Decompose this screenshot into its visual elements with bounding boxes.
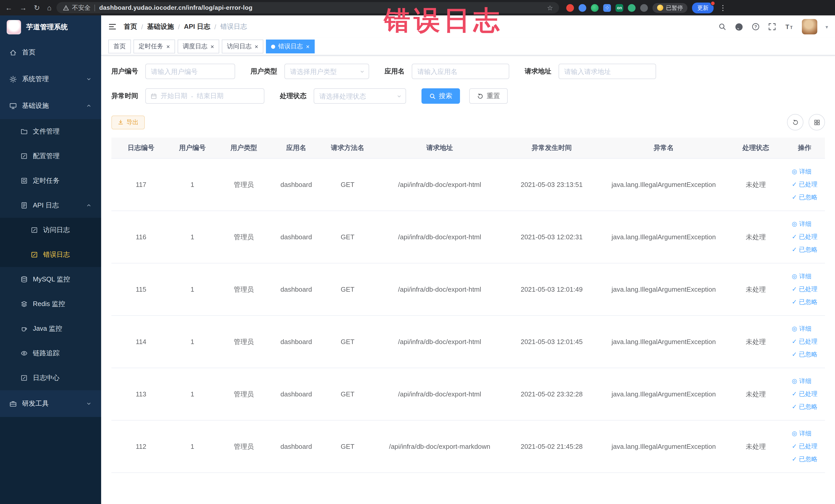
request-url-input[interactable] — [558, 64, 656, 79]
cell-status: 未处理 — [727, 263, 784, 316]
help-icon[interactable]: ? — [752, 23, 760, 31]
tab-access-log[interactable]: 访问日志× — [222, 40, 263, 54]
refresh-table-button[interactable] — [787, 114, 803, 130]
processed-link[interactable]: ✓已处理 — [792, 230, 817, 243]
avatar-caret-icon[interactable]: ▾ — [826, 24, 828, 29]
filter-user-id: 用户编号 — [111, 64, 235, 79]
breadcrumb-item[interactable]: 基础设施 — [147, 22, 174, 31]
pin-extension-icon[interactable] — [640, 4, 648, 12]
main-panel: 首页 / 基础设施 / API 日志 / 错误日志 ? TT ▾ — [101, 15, 835, 504]
sidebar-item-log-center[interactable]: 日志中心 — [0, 366, 101, 390]
browser-menu-icon[interactable]: ⋮ — [718, 4, 728, 12]
table-row: 113 1 管理员 dashboard GET /api/infra/db-do… — [111, 368, 825, 420]
app-logo[interactable]: 芋道管理系统 — [0, 15, 101, 39]
breadcrumb-item[interactable]: 首页 — [124, 22, 137, 31]
detail-link[interactable]: ◎详细 — [792, 165, 817, 178]
action-label: 详细 — [799, 322, 812, 335]
processed-link[interactable]: ✓已处理 — [792, 440, 817, 453]
github-icon[interactable] — [735, 22, 744, 31]
home-icon[interactable]: ⌂ — [47, 4, 51, 12]
process-status-select[interactable] — [314, 88, 406, 104]
cell-app-name: dashboard — [273, 316, 319, 368]
export-button[interactable]: 导出 — [111, 115, 145, 129]
action-label: 已处理 — [799, 178, 817, 191]
sidebar-item-system[interactable]: 系统管理 — [0, 66, 101, 93]
svg-text:T: T — [790, 25, 793, 30]
ignored-link[interactable]: ✓已忽略 — [792, 453, 817, 466]
back-icon[interactable]: ← — [5, 4, 12, 12]
processed-link[interactable]: ✓已处理 — [792, 335, 817, 348]
close-icon[interactable]: × — [166, 43, 170, 49]
extension-icon[interactable]: on — [615, 4, 623, 12]
tab-error-log[interactable]: 错误日志× — [266, 40, 315, 54]
ignored-link[interactable]: ✓已忽略 — [792, 296, 817, 309]
reset-button[interactable]: 重置 — [469, 88, 508, 104]
close-icon[interactable]: × — [254, 43, 258, 49]
processed-link[interactable]: ✓已处理 — [792, 388, 817, 401]
warning-icon — [63, 4, 69, 11]
update-button[interactable]: 更新 — [692, 2, 714, 13]
date-range-picker[interactable]: 开始日期 - 结束日期 — [145, 88, 264, 104]
bookmark-star-icon[interactable]: ☆ — [547, 4, 553, 12]
column-settings-button[interactable] — [809, 114, 825, 130]
timer-icon — [21, 177, 28, 184]
reload-icon[interactable]: ↻ — [34, 4, 40, 12]
breadcrumb-item[interactable]: API 日志 — [184, 22, 210, 31]
detail-link[interactable]: ◎详细 — [792, 322, 817, 335]
extension-icon[interactable]: ⁘ — [603, 4, 611, 12]
detail-link[interactable]: ◎详细 — [792, 218, 817, 230]
sidebar-item-redis-monitor[interactable]: Redis 监控 — [0, 292, 101, 316]
forward-icon[interactable]: → — [20, 4, 27, 12]
user-avatar[interactable] — [802, 19, 817, 35]
extension-icon[interactable] — [566, 4, 574, 12]
sidebar-item-java-monitor[interactable]: Java 监控 — [0, 316, 101, 341]
collapse-menu-icon[interactable] — [108, 23, 117, 31]
address-bar[interactable]: 不安全 dashboard.yudao.iocoder.cn/infra/log… — [57, 2, 559, 13]
close-icon[interactable]: × — [210, 43, 214, 49]
sidebar-item-tracing[interactable]: 链路追踪 — [0, 341, 101, 366]
tab-scheduled-jobs[interactable]: 定时任务× — [134, 40, 175, 54]
extension-icon[interactable] — [591, 4, 598, 12]
detail-link[interactable]: ◎详细 — [792, 375, 817, 388]
user-type-select[interactable] — [284, 64, 369, 79]
detail-link[interactable]: ◎详细 — [792, 270, 817, 283]
extension-icon[interactable] — [578, 4, 586, 12]
paused-badge[interactable]: 已暂停 — [652, 3, 687, 13]
cell-app-name: dashboard — [273, 420, 319, 473]
tab-home[interactable]: 首页 — [108, 40, 131, 54]
user-id-input[interactable] — [145, 64, 235, 79]
sidebar-item-api-logs[interactable]: API 日志 — [0, 193, 101, 218]
tab-schedule-log[interactable]: 调度日志× — [178, 40, 219, 54]
sidebar-item-infrastructure[interactable]: 基础设施 — [0, 93, 101, 119]
sidebar-item-label: 错误日志 — [43, 250, 70, 259]
extension-icon[interactable] — [628, 4, 635, 12]
fullscreen-icon[interactable] — [768, 23, 776, 31]
ignored-link[interactable]: ✓已忽略 — [792, 191, 817, 204]
sidebar-item-file-management[interactable]: 文件管理 — [0, 119, 101, 144]
sidebar-item-home[interactable]: 首页 — [0, 39, 101, 66]
app-name-input[interactable] — [412, 64, 509, 79]
processed-link[interactable]: ✓已处理 — [792, 283, 817, 296]
sidebar-item-config-management[interactable]: 配置管理 — [0, 144, 101, 168]
ignored-link[interactable]: ✓已忽略 — [792, 348, 817, 361]
cell-exception-name: java.lang.IllegalArgumentException — [600, 158, 727, 211]
sidebar-item-mysql-monitor[interactable]: MySQL 监控 — [0, 267, 101, 292]
cell-user-type: 管理员 — [214, 158, 273, 211]
col-exception-time: 异常发生时间 — [503, 138, 600, 158]
sidebar-item-error-log[interactable]: 错误日志 — [0, 242, 101, 267]
font-size-icon[interactable]: TT — [785, 23, 794, 31]
ignored-link[interactable]: ✓已忽略 — [792, 243, 817, 256]
ignored-link[interactable]: ✓已忽略 — [792, 401, 817, 414]
close-icon[interactable]: × — [306, 43, 309, 49]
not-secure-warning[interactable]: 不安全 — [63, 3, 90, 12]
sidebar-item-scheduled-jobs[interactable]: 定时任务 — [0, 168, 101, 193]
search-icon[interactable] — [718, 23, 727, 31]
processed-link[interactable]: ✓已处理 — [792, 178, 817, 191]
detail-link[interactable]: ◎详细 — [792, 427, 817, 440]
action-label: 详细 — [799, 165, 812, 178]
check-icon: ✓ — [792, 401, 797, 414]
sidebar-item-dev-tools[interactable]: 研发工具 — [0, 390, 101, 417]
sidebar-item-access-log[interactable]: 访问日志 — [0, 218, 101, 242]
action-label: 详细 — [799, 427, 812, 440]
search-button[interactable]: 搜索 — [422, 88, 460, 104]
